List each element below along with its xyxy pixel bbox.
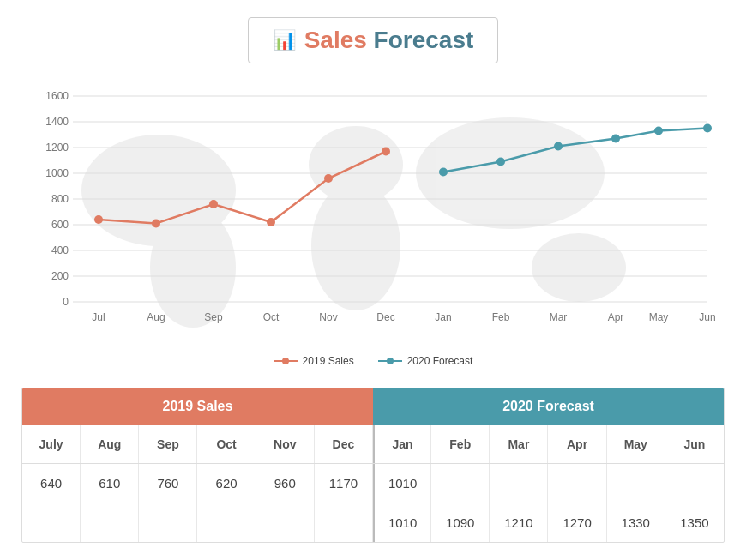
table-months-row: July Aug Sep Oct Nov Dec Jan Feb Mar Apr… [22, 425, 724, 463]
legend-sales-label: 2019 Sales [303, 355, 354, 367]
svg-text:600: 600 [51, 219, 69, 231]
cell-r2-c12: 1350 [665, 503, 724, 542]
month-jun: Jun [665, 425, 724, 463]
svg-text:1000: 1000 [45, 167, 69, 179]
svg-text:400: 400 [51, 244, 69, 256]
month-mar: Mar [490, 425, 548, 463]
month-oct: Oct [197, 425, 256, 463]
month-may: May [607, 425, 665, 463]
svg-text:0: 0 [63, 296, 69, 308]
table-row-1: 640 610 760 620 960 1170 1010 [22, 463, 724, 503]
line-chart: 1600 1400 1200 1000 800 600 400 200 0 Ju… [21, 79, 725, 345]
title-box: 📊 Sales Forecast [248, 17, 499, 63]
cell-r2-c6 [315, 503, 373, 542]
table-header-row: 2019 Sales 2020 Forecast [22, 388, 724, 425]
svg-text:1400: 1400 [45, 116, 69, 128]
chart-icon: 📊 [273, 29, 296, 51]
svg-text:Jun: Jun [699, 311, 715, 323]
month-aug: Aug [81, 425, 139, 463]
svg-text:May: May [649, 311, 669, 323]
svg-text:Jul: Jul [92, 311, 105, 323]
svg-text:Nov: Nov [319, 311, 337, 323]
svg-point-42 [439, 168, 448, 177]
svg-text:Oct: Oct [263, 311, 280, 323]
legend-sales-line [274, 360, 298, 362]
svg-point-47 [703, 124, 712, 133]
svg-point-39 [267, 218, 275, 226]
svg-point-40 [324, 174, 333, 183]
month-dec: Dec [315, 425, 373, 463]
month-nov: Nov [256, 425, 315, 463]
svg-text:800: 800 [51, 193, 69, 205]
svg-point-36 [94, 215, 103, 224]
svg-point-44 [554, 142, 563, 151]
cell-r1-c6: 1170 [315, 464, 373, 503]
svg-point-43 [496, 158, 505, 166]
table-row-2: 1010 1090 1210 1270 1330 1350 [22, 503, 724, 542]
svg-text:1200: 1200 [45, 142, 69, 154]
cell-r1-c12 [665, 464, 724, 503]
cell-r2-c2 [81, 503, 139, 542]
title-text: Sales Forecast [304, 27, 474, 54]
cell-r2-c10: 1270 [548, 503, 606, 542]
legend-forecast-label: 2020 Forecast [407, 355, 473, 367]
svg-text:Feb: Feb [492, 311, 510, 323]
title-forecast: Forecast [374, 27, 474, 53]
cell-r1-c4: 620 [197, 464, 256, 503]
cell-r2-c5 [256, 503, 315, 542]
cell-r1-c5: 960 [256, 464, 315, 503]
cell-r1-c1: 640 [22, 464, 81, 503]
svg-point-41 [382, 148, 390, 156]
cell-r2-c1 [22, 503, 81, 542]
svg-text:Sep: Sep [204, 311, 223, 323]
table-header-forecast: 2020 Forecast [373, 388, 724, 425]
title-sales: Sales [304, 27, 367, 53]
svg-text:1600: 1600 [45, 90, 69, 102]
svg-point-5 [532, 233, 626, 302]
svg-point-46 [654, 127, 663, 135]
svg-point-38 [209, 200, 218, 208]
chart-container: 1600 1400 1200 1000 800 600 400 200 0 Ju… [21, 79, 725, 367]
svg-text:Aug: Aug [147, 311, 165, 323]
legend-forecast: 2020 Forecast [378, 355, 473, 367]
chart-legend: 2019 Sales 2020 Forecast [21, 355, 725, 367]
cell-r2-c7: 1010 [373, 503, 431, 542]
svg-text:200: 200 [51, 270, 69, 282]
cell-r1-c9 [490, 464, 548, 503]
cell-r2-c9: 1210 [490, 503, 548, 542]
cell-r2-c11: 1330 [607, 503, 665, 542]
cell-r2-c8: 1090 [431, 503, 490, 542]
svg-text:Apr: Apr [608, 311, 624, 323]
cell-r1-c2: 610 [81, 464, 139, 503]
legend-forecast-line [378, 360, 402, 362]
cell-r1-c11 [607, 464, 665, 503]
legend-sales: 2019 Sales [274, 355, 354, 367]
month-sep: Sep [139, 425, 197, 463]
svg-point-3 [311, 182, 400, 310]
svg-text:Jan: Jan [435, 311, 451, 323]
cell-r2-c3 [139, 503, 197, 542]
cell-r1-c8 [431, 464, 490, 503]
data-table: 2019 Sales 2020 Forecast July Aug Sep Oc… [21, 388, 725, 543]
month-jan: Jan [373, 425, 431, 463]
svg-point-45 [611, 135, 620, 143]
svg-text:Dec: Dec [376, 311, 394, 323]
cell-r1-c3: 760 [139, 464, 197, 503]
cell-r2-c4 [197, 503, 256, 542]
table-header-sales: 2019 Sales [22, 388, 373, 425]
cell-r1-c10 [548, 464, 606, 503]
month-apr: Apr [548, 425, 606, 463]
month-feb: Feb [431, 425, 490, 463]
svg-point-1 [150, 208, 236, 328]
svg-point-37 [152, 220, 160, 228]
month-july: July [22, 425, 81, 463]
cell-r1-c7: 1010 [373, 464, 431, 503]
svg-text:Mar: Mar [550, 311, 568, 323]
